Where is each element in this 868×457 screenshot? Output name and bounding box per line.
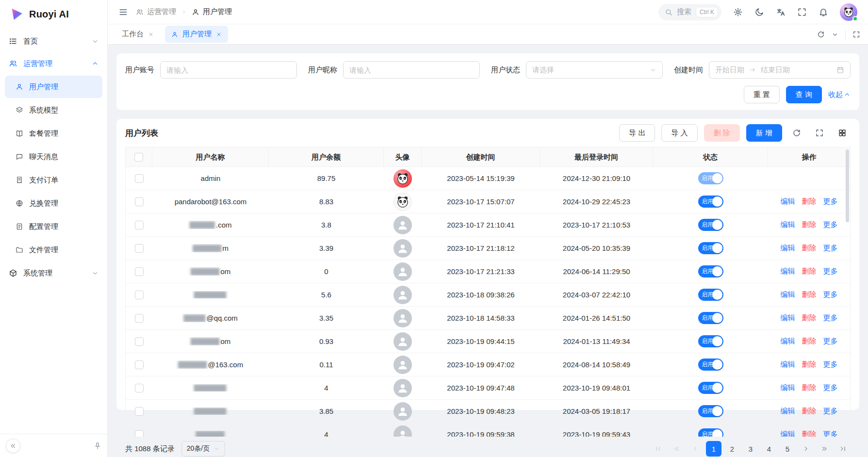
edit-link[interactable]: 编辑 — [781, 220, 795, 229]
breadcrumb-operations[interactable]: 运营管理 — [136, 7, 176, 16]
tab-options-button[interactable] — [832, 31, 838, 38]
user-avatar-menu[interactable] — [840, 3, 857, 21]
page-button-5[interactable]: 5 — [780, 441, 795, 457]
row-checkbox[interactable] — [135, 337, 144, 346]
first-page-button[interactable] — [651, 441, 666, 457]
status-toggle[interactable]: 启用 — [698, 382, 723, 394]
toggle-sidebar-button[interactable] — [118, 7, 128, 17]
delete-link[interactable]: 删除 — [802, 197, 817, 206]
sidebar-item-model[interactable]: 系统模型 — [5, 99, 102, 121]
tab-user-management[interactable]: 用户管理 — [165, 26, 228, 43]
refresh-tab-button[interactable] — [817, 31, 825, 38]
edit-link[interactable]: 编辑 — [781, 360, 795, 369]
edit-link[interactable]: 编辑 — [781, 337, 795, 346]
last-page-button[interactable] — [835, 441, 851, 457]
more-link[interactable]: 更多 — [823, 430, 838, 437]
export-button[interactable]: 导 出 — [619, 124, 655, 142]
sidebar-item-operations[interactable]: 运营管理 — [0, 52, 107, 75]
settings-button[interactable] — [733, 7, 743, 17]
row-checkbox[interactable] — [135, 384, 144, 392]
status-toggle[interactable]: 启用 — [698, 172, 723, 184]
next-page-button[interactable] — [798, 441, 814, 457]
sidebar-item-user[interactable]: 用户管理 — [5, 76, 102, 98]
row-checkbox[interactable] — [135, 407, 144, 416]
delete-link[interactable]: 删除 — [802, 337, 817, 346]
edit-link[interactable]: 编辑 — [781, 383, 795, 392]
edit-link[interactable]: 编辑 — [781, 290, 795, 299]
edit-link[interactable]: 编辑 — [781, 197, 795, 206]
language-button[interactable] — [776, 7, 786, 17]
global-search[interactable]: 搜索 Ctrl K — [658, 4, 721, 20]
row-checkbox[interactable] — [135, 360, 144, 369]
more-link[interactable]: 更多 — [823, 407, 838, 416]
status-toggle[interactable]: 启用 — [698, 289, 723, 301]
row-checkbox[interactable] — [135, 244, 144, 253]
date-range-picker[interactable]: 开始日期 结束日期 — [709, 61, 851, 79]
page-button-2[interactable]: 2 — [724, 441, 740, 457]
page-button-1[interactable]: 1 — [706, 441, 721, 457]
import-button[interactable]: 导 入 — [661, 124, 697, 142]
collapse-filters-link[interactable]: 收起 — [828, 90, 851, 99]
row-checkbox[interactable] — [135, 174, 144, 183]
status-toggle[interactable]: 启用 — [698, 335, 723, 347]
sidebar-item-system[interactable]: 系统管理 — [0, 262, 107, 284]
delete-link[interactable]: 删除 — [802, 383, 817, 392]
sidebar-collapse-button[interactable] — [6, 439, 20, 453]
sidebar-item-home[interactable]: 首页 — [0, 30, 107, 52]
sidebar-item-globe[interactable]: 兑换管理 — [5, 192, 102, 214]
status-toggle[interactable]: 启用 — [698, 428, 723, 437]
row-checkbox[interactable] — [135, 221, 144, 229]
page-size-select[interactable]: 20条/页 — [181, 441, 225, 457]
sidebar-item-filetext[interactable]: 配置管理 — [5, 215, 102, 238]
breadcrumb-user-management[interactable]: 用户管理 — [192, 7, 232, 16]
close-icon[interactable] — [216, 32, 222, 37]
status-toggle[interactable]: 启用 — [698, 312, 723, 324]
close-icon[interactable] — [148, 32, 154, 37]
add-button[interactable]: 新 增 — [746, 124, 782, 142]
maximize-content-button[interactable] — [852, 31, 860, 38]
more-link[interactable]: 更多 — [823, 360, 838, 369]
status-select[interactable]: 请选择 — [526, 61, 663, 79]
prev-page-button[interactable] — [688, 441, 703, 457]
sidebar-item-receipt[interactable]: 支付订单 — [5, 169, 102, 191]
more-link[interactable]: 更多 — [823, 220, 838, 229]
delete-link[interactable]: 删除 — [802, 430, 817, 437]
status-toggle[interactable]: 启用 — [698, 196, 723, 208]
table-fullscreen-button[interactable] — [811, 125, 828, 141]
edit-link[interactable]: 编辑 — [781, 267, 795, 276]
fast-prev-button[interactable] — [669, 441, 685, 457]
status-toggle[interactable]: 启用 — [698, 242, 723, 254]
search-button[interactable]: 查 询 — [786, 86, 822, 103]
more-link[interactable]: 更多 — [823, 197, 838, 206]
delete-link[interactable]: 删除 — [802, 267, 817, 276]
status-toggle[interactable]: 启用 — [698, 265, 723, 277]
status-toggle[interactable]: 启用 — [698, 405, 723, 417]
edit-link[interactable]: 编辑 — [781, 313, 795, 323]
more-link[interactable]: 更多 — [823, 290, 838, 299]
page-button-3[interactable]: 3 — [743, 441, 758, 457]
row-checkbox[interactable] — [135, 197, 144, 206]
delete-link[interactable]: 删除 — [802, 244, 817, 253]
sidebar-item-book[interactable]: 套餐管理 — [5, 122, 102, 145]
delete-link[interactable]: 删除 — [802, 220, 817, 229]
reset-button[interactable]: 重 置 — [744, 86, 780, 103]
column-settings-button[interactable] — [834, 125, 851, 141]
pin-sidebar-button[interactable] — [94, 442, 101, 450]
edit-link[interactable]: 编辑 — [781, 244, 795, 253]
fullscreen-button[interactable] — [797, 7, 807, 17]
nickname-input[interactable] — [343, 61, 480, 79]
notifications-button[interactable] — [819, 7, 828, 17]
status-toggle[interactable]: 启用 — [698, 219, 723, 231]
dark-mode-button[interactable] — [754, 7, 764, 17]
fast-next-button[interactable] — [817, 441, 832, 457]
row-checkbox[interactable] — [135, 314, 144, 323]
edit-link[interactable]: 编辑 — [781, 430, 795, 437]
delete-link[interactable]: 删除 — [802, 290, 817, 299]
delete-link[interactable]: 删除 — [802, 360, 817, 369]
more-link[interactable]: 更多 — [823, 267, 838, 276]
tab-workbench[interactable]: 工作台 — [115, 26, 160, 43]
page-button-4[interactable]: 4 — [761, 441, 777, 457]
sidebar-item-folder[interactable]: 文件管理 — [5, 239, 102, 261]
delete-button[interactable]: 删 除 — [704, 124, 740, 142]
delete-link[interactable]: 删除 — [802, 407, 817, 416]
